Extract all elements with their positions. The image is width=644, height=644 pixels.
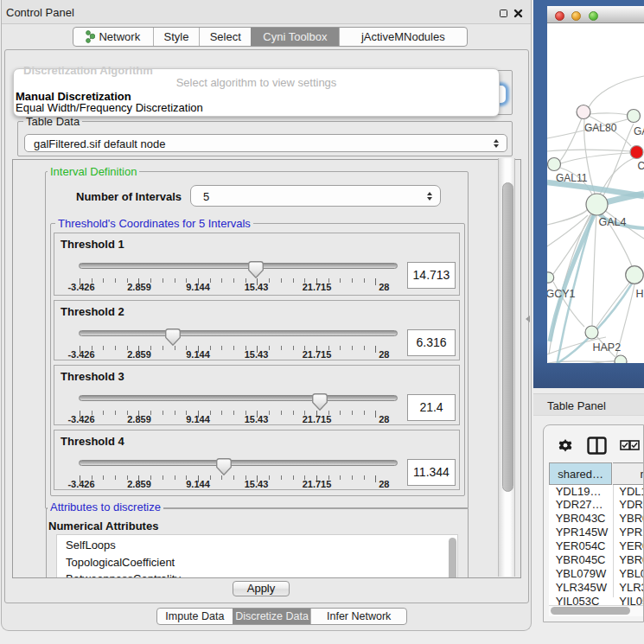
svg-text:GAL4: GAL4 xyxy=(599,216,627,228)
svg-text:GAL80: GAL80 xyxy=(584,122,617,134)
svg-text:CY: CY xyxy=(638,160,644,172)
svg-text:GAL: GAL xyxy=(634,125,644,137)
svg-text:H: H xyxy=(636,288,644,300)
svg-text:GCY1: GCY1 xyxy=(547,288,576,300)
svg-text:GAL11: GAL11 xyxy=(556,172,588,184)
svg-text:HAP2: HAP2 xyxy=(593,341,622,354)
